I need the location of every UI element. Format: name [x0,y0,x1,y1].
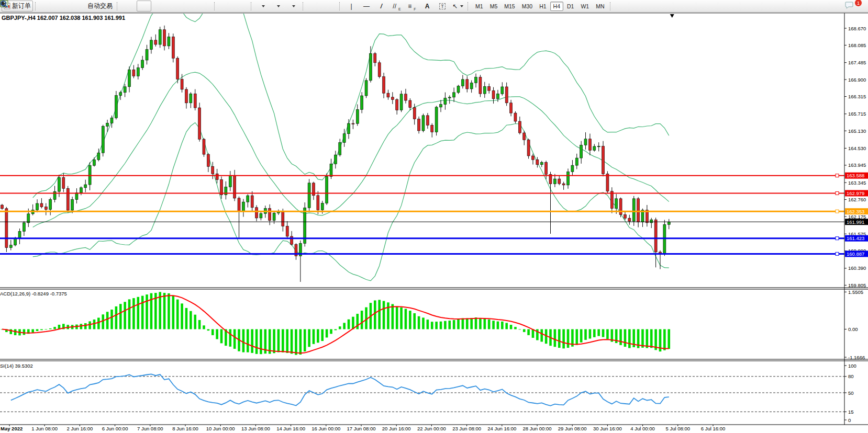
timeframe-m5[interactable]: M5 [487,2,501,11]
chart-shift-button[interactable] [234,1,249,12]
periods-button[interactable] [271,1,285,12]
macd-panel[interactable] [1,292,670,355]
macd-histogram-bar [444,321,447,329]
timeframe-m15[interactable]: M15 [501,2,518,11]
bar-chart-button[interactable] [121,1,136,12]
macd-histogram-bar [115,306,118,329]
cursor-tool-button[interactable] [307,1,322,12]
trendline-tool-button[interactable]: / [374,1,389,12]
price-axis-tick-label: 163.945 [848,162,866,168]
text-tool-button[interactable]: A [420,1,435,12]
zoom-out-button[interactable] [182,1,197,12]
timeframe-w1[interactable]: W1 [577,2,592,11]
macd-histogram-bar [141,296,144,329]
rsi-panel[interactable] [0,374,844,412]
price-chart-canvas[interactable]: 168.670168.085167.485166.900166.315165.7… [0,0,868,433]
macd-histogram-bar [295,329,297,355]
search-button[interactable] [827,1,841,12]
indicators-button[interactable] [255,1,270,12]
macd-histogram-bar [558,329,561,348]
indicators-dropdown-caret[interactable] [262,5,265,7]
macd-histogram-bar [84,323,87,329]
time-axis-label: 24 Jun 16:00 [487,426,516,431]
macd-histogram-bar [308,329,310,347]
price-axis-tick-label: 163.345 [848,180,866,186]
macd-histogram-bar [466,318,469,329]
hline-handle[interactable] [836,252,839,255]
horizontal-line-tool-button[interactable]: — [359,1,374,12]
timeframe-h1[interactable]: H1 [536,2,549,11]
time-axis[interactable]: May 20221 Jun 08:002 Jun 16:006 Jun 00:0… [1,425,725,431]
timeframe-d1[interactable]: D1 [564,2,577,11]
line-chart-button[interactable] [152,1,166,12]
zoom-in-button[interactable] [167,1,182,12]
macd-histogram-bar [291,329,293,354]
main-panel[interactable] [1,0,671,282]
macd-histogram-bar [554,329,557,347]
mql5-button[interactable] [40,1,54,12]
hline-handle[interactable] [836,174,839,177]
timeframe-h4[interactable]: H4 [550,2,563,11]
crosshair-tool-button[interactable] [322,1,337,12]
hline-handle[interactable] [836,191,839,195]
macd-histogram-bar [124,302,126,329]
channel-tool-button[interactable]: // E [390,1,404,12]
macd-histogram-bar [505,323,508,329]
fibonacci-tool-button[interactable]: ≡ F [405,1,419,12]
macd-histogram-bar [624,329,627,347]
price-axis-tick-label: 167.485 [848,60,866,65]
macd-histogram-bar [488,320,491,329]
time-axis-label: 7 Jun 08:00 [137,426,163,431]
macd-histogram-bar [23,329,26,335]
timeframe-m30[interactable]: M30 [519,2,536,11]
macd-histogram-bar [150,293,153,329]
macd-histogram-bar [49,328,52,329]
templates-button[interactable] [286,1,301,12]
macd-histogram-bar [343,323,346,329]
time-axis-label: 16 Jun 00:00 [311,426,340,431]
time-axis-label: 1 Jun 08:00 [31,426,58,431]
price-axis-tick-label: 162.760 [848,197,866,202]
periods-dropdown-caret[interactable] [277,5,280,7]
text-label-tool-button[interactable]: T [435,1,450,12]
macd-histogram-bar [597,329,600,336]
macd-histogram-bar [492,321,495,329]
fibonacci-icon-sub: F [414,7,416,11]
tile-windows-button[interactable] [197,1,212,12]
arrows-dropdown-caret[interactable] [460,5,463,7]
toolbar-separator [35,2,38,10]
macd-histogram-bar [392,304,394,329]
macd-histogram-bar [527,329,530,335]
hline-handle[interactable] [836,237,839,240]
toolbar-separator [303,2,305,10]
rsi-axis-label: 50 [848,390,854,396]
price-axis-tick-label: 165.130 [848,128,866,134]
macd-histogram-bar [628,329,631,348]
macd-axis-label: 1.5505 [848,289,863,295]
auto-scroll-button[interactable] [219,1,233,12]
vertical-line-tool-button[interactable]: | [344,1,359,12]
templates-dropdown-caret[interactable] [292,5,295,7]
timeframe-m1[interactable]: M1 [472,2,486,11]
price-axis-tick-label: 166.900 [848,77,866,83]
arrows-tool-button[interactable]: ↖ [450,1,465,12]
hline-handle[interactable] [836,210,839,213]
signals-button[interactable] [70,1,85,12]
fibonacci-icon: ≡ [408,3,411,10]
chat-button[interactable]: 1 [844,1,859,12]
toolbar-separator [117,2,119,10]
bollinger-middle-band [33,72,669,227]
macd-histogram-bar [88,321,91,329]
chat-unread-badge: 1 [854,0,862,7]
macd-histogram-bar [361,311,363,329]
community-button[interactable] [55,1,70,12]
end-of-data-marker [670,14,674,18]
candlestick-chart-button[interactable] [137,1,151,12]
macd-histogram-bar [619,329,622,345]
macd-histogram-bar [198,320,201,329]
macd-histogram-bar [584,329,587,340]
bollinger-lower-band [33,123,669,281]
macd-histogram-bar [453,320,455,329]
autotrading-button[interactable]: 自动交易 [85,1,115,12]
timeframe-mn[interactable]: MN [593,2,607,11]
